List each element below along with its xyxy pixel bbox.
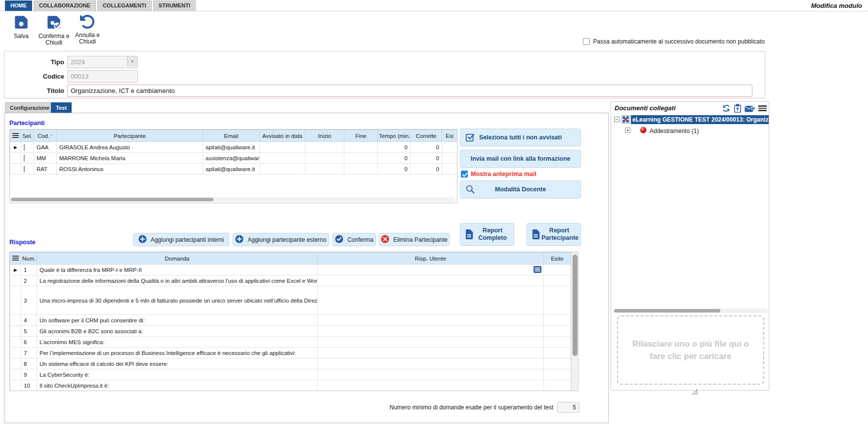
tab-configurazione[interactable]: Configurazione xyxy=(5,102,54,113)
cell-esito xyxy=(544,286,571,315)
col-num[interactable]: Num. xyxy=(21,253,37,265)
cell-tempo: 0 xyxy=(378,164,411,175)
table-row[interactable]: ▶ 1 Quale è la differenza fra MRP-I e MR… xyxy=(10,265,571,275)
table-row[interactable]: 3 Una micro-impresa di 30 dipendenti e 5… xyxy=(10,286,571,315)
report-partecipante-button[interactable]: Report Partecipante xyxy=(527,223,581,246)
dropdown-arrow-icon[interactable]: ▼ xyxy=(127,56,137,67)
clipboard-icon[interactable] xyxy=(734,104,742,113)
cell-esito xyxy=(544,275,571,286)
report-completo-button[interactable]: Report Completo xyxy=(460,223,514,246)
cell-num: 10 xyxy=(21,380,37,391)
table-row[interactable]: 10 Il sito CheckUpImpresa.it è: xyxy=(10,380,571,391)
save-label: Salva xyxy=(5,33,38,40)
aggiungi-interni-button[interactable]: Aggiungi partecipanti interni xyxy=(133,233,229,246)
row-checkbox[interactable] xyxy=(24,155,25,162)
row-checkbox[interactable] xyxy=(24,144,25,151)
auto-next-checkbox[interactable] xyxy=(583,38,590,45)
table-row[interactable]: MM MARRONE Michela Maria assistenza@qual… xyxy=(10,153,457,164)
send-mail-icon[interactable] xyxy=(744,104,755,113)
col-corrette[interactable]: Corrette xyxy=(411,130,442,142)
seleziona-non-avvisati-button[interactable]: Seleziona tutti i non avvisati xyxy=(460,129,581,146)
resize-grip-icon[interactable] xyxy=(692,389,698,397)
confirm-close-button[interactable]: Conferma e Chiudi xyxy=(38,14,70,46)
table-row[interactable]: 5 Gli acronimi B2B e B2C sono associati … xyxy=(10,326,571,337)
table-row[interactable]: 8 Un sistema efficace di calcolo dei KPI… xyxy=(10,358,571,369)
col-fine[interactable]: Fine xyxy=(344,130,378,142)
tab-test[interactable]: Test xyxy=(51,102,72,113)
cell-corrette: 0 xyxy=(411,142,442,153)
col-email[interactable]: Email xyxy=(203,130,260,142)
elimina-partecipante-button[interactable]: Elimina Partecipante xyxy=(379,233,450,246)
menu-icon[interactable] xyxy=(758,104,767,112)
tree-node-root[interactable]: eLearning GESTIONE TEST 2024/00013: Orga… xyxy=(631,115,769,124)
scrollbar-thumb[interactable] xyxy=(614,309,720,312)
vertical-scrollbar[interactable] xyxy=(571,252,578,391)
cell-num: 7 xyxy=(21,348,37,358)
scrollbar-thumb[interactable] xyxy=(11,198,213,201)
cell-num: 5 xyxy=(21,326,37,337)
horizontal-scrollbar[interactable] xyxy=(11,197,455,202)
col-cod[interactable]: Cod.▲ xyxy=(34,130,57,142)
col-tempo[interactable]: Tempo (min. xyxy=(378,130,411,142)
cell-sel[interactable] xyxy=(21,153,34,164)
row-checkbox[interactable] xyxy=(24,166,25,173)
table-row[interactable]: 7 Per l’implementazione di un processo d… xyxy=(10,348,571,358)
file-dropzone[interactable]: Rilasciare uno o più file qui o fare cli… xyxy=(617,315,764,385)
aggiungi-esterno-button[interactable]: Aggiungi partecipante esterno xyxy=(233,233,329,246)
hamburger-icon xyxy=(12,255,19,262)
tab-collegamenti[interactable]: COLLEGAMENTI xyxy=(97,0,152,11)
cell-esito xyxy=(442,164,457,175)
cell-corrette: 0 xyxy=(411,153,442,164)
collapse-node-button[interactable]: − xyxy=(614,117,620,122)
col-domanda[interactable]: Domanda xyxy=(37,253,318,265)
cell-sel[interactable] xyxy=(21,164,34,175)
cell-num: 1 xyxy=(21,265,37,275)
table-row[interactable]: 6 L’acronimo MES significa: xyxy=(10,337,571,348)
expand-node-button[interactable]: + xyxy=(625,128,630,133)
row-selector xyxy=(10,164,21,175)
col-partecipante[interactable]: Partecipante xyxy=(57,130,203,142)
tree-node-addestramento[interactable]: Addestramento (1) xyxy=(640,127,699,135)
table-row[interactable]: 9 La CyberSecurity è: xyxy=(10,369,571,380)
table-header-row: Num. Domanda Risp. Utente Esito xyxy=(10,253,571,265)
list-icon[interactable] xyxy=(534,266,541,274)
table-row[interactable]: 2 La registrazione delle informazioni de… xyxy=(10,275,571,286)
table-menu-header[interactable] xyxy=(10,253,21,265)
col-inizio[interactable]: Inizio xyxy=(305,130,344,142)
mostra-anteprima-checkbox[interactable] xyxy=(461,171,468,178)
scrollbar-thumb[interactable] xyxy=(573,255,578,356)
col-esito[interactable]: Esi xyxy=(442,130,457,142)
tipo-combobox[interactable]: ▼ xyxy=(67,56,138,68)
table-row[interactable]: ▶ GAA GIRASOLE Andrea Augusto apilati@qu… xyxy=(10,142,457,153)
table-row[interactable]: 4 Un software per il CRM può consentire … xyxy=(10,315,571,326)
tab-collaborazione[interactable]: COLLABORAZIONE xyxy=(34,0,96,11)
cell-domanda: Una micro-impresa di 30 dipendenti e 5 m… xyxy=(37,286,318,315)
save-button[interactable]: Salva xyxy=(5,14,38,40)
horizontal-scrollbar[interactable] xyxy=(613,309,768,313)
cell-email: assistenza@qualiware.i xyxy=(203,153,260,164)
tab-strumenti[interactable]: STRUMENTI xyxy=(153,0,196,11)
codice-label: Codice xyxy=(4,73,67,80)
tab-home[interactable]: HOME xyxy=(5,0,32,11)
cancel-close-button[interactable]: Annulla e Chiudi xyxy=(71,14,104,45)
cell-partecipante: MARRONE Michela Maria xyxy=(57,153,203,164)
col-risp-utente[interactable]: Risp. Utente xyxy=(318,253,544,265)
table-row[interactable]: RAT ROSSI Antoninus apilati@qualiware.it… xyxy=(10,164,457,175)
refresh-icon[interactable] xyxy=(722,104,731,113)
col-esito[interactable]: Esito xyxy=(544,253,571,265)
cell-domanda: L’acronimo MES significa: xyxy=(37,337,318,348)
col-sel[interactable]: Sel. xyxy=(21,130,34,142)
cell-partecipante: GIRASOLE Andrea Augusto xyxy=(57,142,203,153)
cell-risp xyxy=(318,275,544,286)
table-menu-header[interactable] xyxy=(10,130,21,142)
col-avvisato[interactable]: Avvisato in data xyxy=(260,130,305,142)
conferma-button[interactable]: Conferma xyxy=(332,233,376,246)
codice-input[interactable] xyxy=(67,70,138,83)
min-domande-input[interactable] xyxy=(557,402,579,413)
cell-sel[interactable] xyxy=(21,142,34,153)
cell-risp xyxy=(318,326,544,337)
cell-partecipante: ROSSI Antoninus xyxy=(57,164,203,175)
invia-mail-button[interactable]: Invia mail con link alla formazione xyxy=(460,150,581,168)
titolo-input[interactable] xyxy=(67,85,752,97)
modalita-docente-button[interactable]: Modalità Docente xyxy=(460,180,581,198)
